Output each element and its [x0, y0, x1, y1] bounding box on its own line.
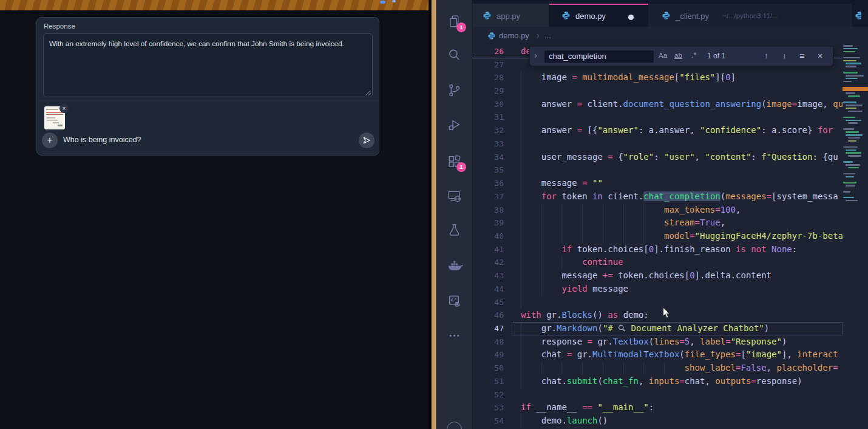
indent-guide — [521, 269, 521, 283]
code-line-28[interactable]: 28image = multimodal_message["files"][0] — [472, 71, 868, 84]
line-number[interactable]: 46 — [480, 309, 504, 322]
code-line-52[interactable]: 52 — [472, 388, 868, 402]
code-line-35[interactable]: 35 — [472, 163, 868, 177]
line-number[interactable]: 28 — [480, 71, 504, 84]
line-number[interactable]: 37 — [480, 190, 504, 204]
code-line-36[interactable]: 36message = "" — [472, 177, 868, 190]
line-number[interactable]: 50 — [480, 362, 504, 375]
sidebar-item-explorer[interactable]: 1 — [436, 7, 472, 36]
match-case-toggle[interactable]: Aa — [659, 52, 667, 59]
next-match-button[interactable]: ↓ — [782, 51, 787, 60]
line-number[interactable]: 53 — [480, 401, 504, 414]
line-number[interactable]: 38 — [480, 204, 504, 217]
line-number[interactable]: 27 — [480, 58, 504, 72]
line-number[interactable]: 35 — [480, 163, 504, 177]
find-in-selection-button[interactable]: ≡ — [799, 51, 804, 61]
tab-bar: app.py demo.py _client.py ~/.../python3.… — [472, 0, 868, 27]
code-line-44[interactable]: 44yield message — [472, 283, 868, 296]
minimap[interactable] — [843, 45, 868, 429]
code-line-31[interactable]: 31 — [472, 111, 868, 124]
mouse-cursor — [662, 307, 671, 320]
add-file-button[interactable]: + — [42, 132, 58, 148]
tab-app-py[interactable]: app.py — [472, 4, 549, 27]
sidebar-item-extensions[interactable]: 1 — [436, 146, 472, 176]
run-button[interactable] — [865, 9, 868, 22]
account-icon[interactable] — [447, 422, 462, 429]
indent-guide — [561, 216, 562, 230]
code-line-41[interactable]: 41if token.choices[0].finish_reason is n… — [472, 243, 868, 256]
find-match-highlight: chat_completion — [643, 191, 720, 201]
code-line-43[interactable]: 43message += token.choices[0].delta.cont… — [472, 269, 868, 283]
send-button[interactable] — [359, 132, 375, 148]
resize-handle[interactable] — [365, 89, 371, 95]
line-number[interactable]: 39 — [480, 216, 504, 230]
code-line-33[interactable]: 33 — [472, 137, 868, 151]
line-number[interactable]: 41 — [480, 243, 504, 256]
code-line-48[interactable]: 48response = gr.Textbox(lines=5, label="… — [472, 335, 868, 349]
line-number[interactable]: 29 — [480, 84, 504, 98]
line-number[interactable]: 30 — [480, 98, 504, 111]
regex-toggle[interactable]: .* — [691, 50, 697, 60]
sidebar-item-docker[interactable] — [436, 251, 472, 280]
tab-demo-py[interactable]: demo.py — [549, 4, 648, 27]
line-number[interactable]: 33 — [480, 137, 504, 151]
sidebar-item-task-runner[interactable] — [436, 286, 472, 315]
close-find-button[interactable]: × — [818, 51, 822, 61]
line-number[interactable]: 32 — [480, 124, 504, 137]
code-line-40[interactable]: 40model="HuggingFaceH4/zephyr-7b-beta — [472, 230, 868, 243]
line-number[interactable]: 40 — [480, 230, 504, 243]
whole-word-toggle[interactable]: ab — [674, 52, 682, 59]
sidebar-item-testing[interactable] — [436, 215, 472, 244]
code-line-39[interactable]: 39stream=True, — [472, 216, 868, 230]
code-line-34[interactable]: 34user_message = {"role": "user", "conte… — [472, 151, 868, 164]
toggle-replace-chevron[interactable]: › — [534, 50, 537, 60]
breadcrumb-symbol[interactable]: ... — [544, 31, 551, 40]
line-number[interactable]: 45 — [480, 296, 504, 309]
screenshot-root: Response With an extremely high level of… — [0, 0, 868, 429]
breadcrumb-file[interactable]: demo.py — [499, 31, 529, 40]
sidebar-item-remote-explorer[interactable] — [436, 181, 472, 210]
chat-input-text[interactable]: Who is being invoiced? — [63, 136, 141, 144]
minimap-line — [846, 90, 860, 92]
line-number[interactable]: 47 — [480, 322, 504, 335]
minimap-line — [846, 164, 860, 166]
sidebar-item-source-control[interactable] — [436, 75, 472, 105]
code-line-38[interactable]: 38max_tokens=100, — [472, 204, 868, 217]
line-number[interactable]: 54 — [480, 414, 504, 428]
line-number[interactable]: 26 — [480, 45, 504, 58]
minimap-line — [846, 176, 854, 178]
sidebar-item-more-views[interactable] — [436, 321, 472, 350]
ellipsis-icon — [447, 328, 462, 343]
code-line-32[interactable]: 32answer = [{"answer": a.answer, "confid… — [472, 124, 868, 137]
prev-match-button[interactable]: ↑ — [764, 51, 768, 60]
response-textarea[interactable]: With an extremely high level of confiden… — [43, 33, 373, 97]
line-number[interactable]: 31 — [480, 111, 504, 124]
line-number[interactable]: 52 — [480, 388, 504, 402]
modified-dot[interactable] — [628, 15, 634, 20]
code-line-29[interactable]: 29 — [472, 84, 868, 98]
code-line-30[interactable]: 30answer = client.document_question_answ… — [472, 98, 868, 111]
line-number[interactable]: 49 — [480, 348, 504, 362]
line-number[interactable]: 34 — [480, 151, 504, 164]
code-line-42[interactable]: 42continue — [472, 256, 868, 269]
line-number[interactable]: 48 — [480, 335, 504, 349]
line-number[interactable]: 43 — [480, 269, 504, 283]
line-number[interactable]: 36 — [480, 177, 504, 190]
sidebar-item-search[interactable] — [436, 40, 472, 69]
sidebar-item-run-debug[interactable] — [436, 110, 472, 139]
indent-guide — [603, 230, 603, 243]
code-line-37[interactable]: 37for token in client.chat_completion(me… — [472, 190, 868, 204]
tab-client-py[interactable]: _client.py ~/.../python3.11/... — [648, 4, 853, 27]
response-panel: Response With an extremely high level of… — [36, 17, 379, 156]
code-line-49[interactable]: 49chat = gr.MultimodalTextbox(file_types… — [472, 348, 868, 362]
code-line-54[interactable]: 54demo.launch() — [472, 414, 868, 428]
remove-attachment-button[interactable]: × — [59, 104, 69, 113]
code-line-47[interactable]: 47gr.Markdown("# Document Analyzer Chatb… — [472, 322, 868, 335]
code-line-53[interactable]: 53if __name__ == "__main__": — [472, 401, 868, 414]
line-number[interactable]: 42 — [480, 256, 504, 269]
code-line-50[interactable]: 50show_label=False, placeholder= — [472, 362, 868, 375]
line-number[interactable]: 44 — [480, 283, 504, 296]
line-number[interactable]: 51 — [480, 375, 504, 388]
find-input[interactable]: chat_completion — [544, 50, 654, 63]
code-line-51[interactable]: 51chat.submit(chat_fn, inputs=chat, outp… — [472, 375, 868, 388]
